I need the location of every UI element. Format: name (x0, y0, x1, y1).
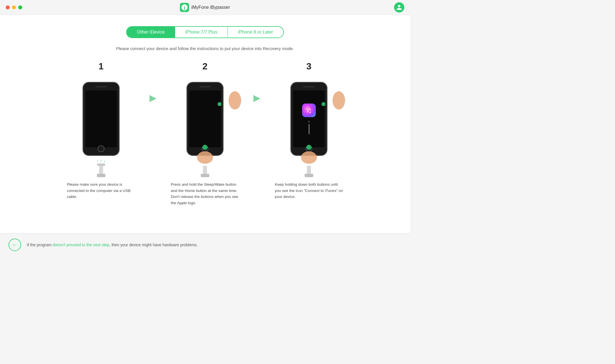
back-button[interactable]: ← (9, 239, 21, 251)
tab-iphone8[interactable]: iPhone 8 or Later (228, 27, 283, 38)
step-3: 3 ♫ ↑ (263, 61, 354, 200)
usb-stem-3 (307, 166, 311, 174)
finger-home-svg (196, 149, 214, 165)
cable-line (309, 124, 309, 134)
step-arrow-2: ▶ (251, 61, 263, 103)
titlebar-content: iMyFone iBypasser (180, 3, 230, 12)
usb-stem (99, 166, 103, 174)
arrow-1-icon: ▶ (149, 92, 157, 103)
phone-1 (83, 82, 120, 156)
finger-side-3-svg (330, 90, 346, 110)
arrow-2-icon: ▶ (253, 92, 261, 103)
svg-rect-0 (180, 3, 189, 12)
itunes-connect-icon: ♫ ↑ (302, 104, 316, 134)
finger-side-svg (226, 90, 242, 110)
footer-suffix: , then your device might have hardware p… (109, 243, 198, 247)
steps-row: 1 ↑ ↕ ↓ Please make su (23, 61, 387, 206)
step-3-desc: Keep holding down both buttons until you… (275, 181, 343, 200)
side-button-indicator-3 (321, 102, 325, 106)
step-3-number: 3 (306, 61, 311, 72)
usb-arrows-icon: ↕ (100, 159, 102, 163)
step-3-image: ♫ ↑ (280, 76, 337, 162)
step-2-desc: Press and hold the Sleep/Wake button and… (171, 181, 239, 206)
user-avatar[interactable] (394, 2, 404, 13)
app-title: iMyFone iBypasser (191, 5, 230, 10)
step-1-number: 1 (99, 61, 104, 72)
phone-2 (186, 82, 224, 156)
step-1-image: ↑ ↕ ↓ (73, 76, 130, 162)
cable-connect-icon: ↑ (308, 119, 310, 134)
finger-home-indicator (196, 149, 214, 166)
close-button[interactable] (6, 5, 10, 9)
home-button-indicator-3 (306, 145, 311, 150)
minimize-button[interactable] (12, 5, 16, 9)
svg-point-2 (197, 151, 213, 164)
svg-point-3 (333, 91, 345, 109)
maximize-button[interactable] (18, 5, 22, 9)
finger-home-3-svg (300, 149, 317, 165)
phone-2-screen (189, 90, 221, 147)
subtitle-text: Please connect your device and follow th… (23, 46, 387, 51)
step-arrow-1: ▶ (147, 61, 159, 103)
usb-top (97, 164, 105, 166)
usb-arrow-icon: ↑ (97, 159, 99, 163)
arrow-up-icon: ↑ (308, 119, 310, 124)
tab-other-idevice[interactable]: Other iDevice (127, 27, 175, 38)
phone-3: ♫ ↑ (290, 82, 327, 156)
tab-bar: Other iDevice iPhone 7/7 Plus iPhone 8 o… (23, 26, 387, 38)
usb-plug-3 (305, 174, 313, 177)
traffic-lights (6, 5, 22, 9)
footer-text: If the program doesn't proceed to the ne… (27, 243, 198, 247)
back-arrow-icon: ← (12, 241, 18, 248)
phone-1-home-button (98, 145, 104, 152)
tab-group: Other iDevice iPhone 7/7 Plus iPhone 8 o… (126, 26, 284, 38)
app-logo-icon (180, 3, 189, 12)
phone-1-screen (85, 90, 117, 147)
itunes-icon: ♫ (302, 104, 316, 117)
side-button-indicator (218, 102, 222, 106)
step-1-desc: Please make sure your device is connecte… (67, 181, 135, 200)
step-2-number: 2 (202, 61, 208, 72)
finger-side-3 (330, 90, 346, 111)
home-button-indicator (202, 145, 208, 150)
svg-point-1 (229, 91, 241, 109)
footer-highlight: doesn't proceed to the next step (53, 243, 109, 247)
step-2-image (177, 76, 233, 162)
step-2: 2 (159, 61, 251, 206)
titlebar: iMyFone iBypasser (0, 0, 410, 15)
usb-arrow2-icon: ↓ (104, 159, 106, 163)
main-content: Other iDevice iPhone 7/7 Plus iPhone 8 o… (0, 15, 410, 233)
usb-plug (97, 174, 105, 177)
phone-3-screen: ♫ ↑ (293, 90, 325, 147)
finger-side-indicator (226, 90, 242, 111)
usb-plug-2 (201, 174, 209, 177)
step-1: 1 ↑ ↕ ↓ Please make su (56, 61, 147, 200)
tab-iphone7[interactable]: iPhone 7/7 Plus (175, 27, 227, 38)
finger-home-3 (300, 149, 317, 166)
footer: ← If the program doesn't proceed to the … (0, 233, 410, 256)
svg-point-4 (301, 151, 317, 164)
usb-stem-2 (203, 166, 207, 174)
footer-prefix: If the program (27, 243, 53, 247)
